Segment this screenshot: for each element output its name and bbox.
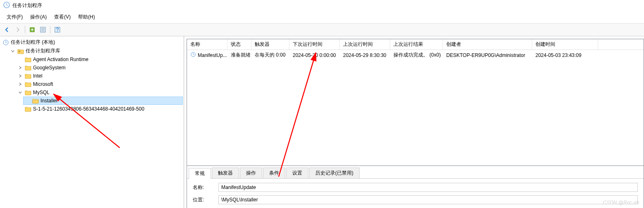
tool-create-button[interactable] <box>28 25 37 34</box>
chevron-down-icon[interactable] <box>17 90 23 95</box>
menu-action[interactable]: 操作(A) <box>27 13 50 21</box>
col-name[interactable]: 名称 <box>187 39 227 50</box>
toolbar-separator <box>25 26 25 33</box>
tree-label: Microsoft <box>33 81 53 87</box>
tab-triggers[interactable]: 触发器 <box>212 168 239 178</box>
list-header: 名称 状态 触发器 下次运行时间 上次运行时间 上次运行结果 创建者 创建时间 <box>187 39 644 50</box>
tree-label: MySQL <box>33 90 50 95</box>
folder-open-icon <box>32 97 39 104</box>
tree-label: Agent Activation Runtime <box>33 57 88 62</box>
cell-created: 2024-05-03 23:43:09 <box>532 52 598 59</box>
cell-status: 准备就绪 <box>227 51 251 59</box>
details-panel: 常规 触发器 操作 条件 设置 历史记录(已禁用) 名称: ManifestUp… <box>187 166 644 208</box>
nav-forward-button <box>13 25 22 34</box>
col-creator[interactable]: 创建者 <box>443 39 532 50</box>
menubar: 文件(F) 操作(A) 查看(V) 帮助(H) <box>0 11 644 24</box>
watermark: CSDN @Roc-xb <box>603 200 639 206</box>
col-next[interactable]: 下次运行时间 <box>289 39 340 50</box>
tree-label: Installer <box>40 98 58 104</box>
clock-icon <box>2 39 9 46</box>
field-location-label: 位置: <box>193 196 213 203</box>
app-icon <box>3 2 10 9</box>
svg-rect-14 <box>19 52 20 52</box>
menu-view[interactable]: 查看(V) <box>51 13 74 21</box>
cell-result: 操作成功完成。 (0x0) <box>390 51 443 59</box>
col-trigger[interactable]: 触发器 <box>251 39 289 50</box>
tab-general[interactable]: 常规 <box>189 168 211 179</box>
tab-actions[interactable]: 操作 <box>240 168 262 178</box>
right-panel: 名称 状态 触发器 下次运行时间 上次运行时间 上次运行结果 创建者 创建时间 … <box>184 36 644 208</box>
nav-back-button[interactable] <box>2 25 12 34</box>
chevron-right-icon[interactable] <box>17 65 23 71</box>
folder-icon <box>25 64 31 71</box>
field-name-value: ManifestUpdate <box>218 183 638 192</box>
tab-conditions[interactable]: 条件 <box>263 168 285 178</box>
tree-item-mysql[interactable]: MySQL <box>16 88 183 97</box>
toolbar: ? <box>0 24 644 36</box>
tree-label: Intel <box>33 73 43 79</box>
svg-line-2 <box>7 5 8 6</box>
main-area: 任务计划程序 (本地) 任务计划程序库 Agent Activation Run… <box>0 36 644 208</box>
svg-rect-13 <box>19 51 20 51</box>
tab-history[interactable]: 历史记录(已禁用) <box>309 168 360 178</box>
tree-item-installer[interactable]: Installer <box>23 97 183 105</box>
chevron-right-icon[interactable] <box>17 73 23 79</box>
cell-next: 2024-05-30 0:00:00 <box>289 52 340 59</box>
clock-icon <box>190 52 196 59</box>
tool-properties-button[interactable] <box>38 25 47 34</box>
field-name-row: 名称: ManifestUpdate <box>193 183 638 192</box>
col-last[interactable]: 上次运行时间 <box>340 39 390 50</box>
tree-label: 任务计划程序 (本地) <box>11 39 55 46</box>
tree-item-microsoft[interactable]: Microsoft <box>16 80 183 88</box>
folder-icon <box>25 73 31 79</box>
field-location-value: \MySQL\Installer <box>218 195 638 204</box>
tool-help-button[interactable]: ? <box>53 25 62 34</box>
toolbar-separator <box>50 26 50 33</box>
cell-last: 2024-05-29 8:30:30 <box>340 52 390 59</box>
col-result[interactable]: 上次运行结果 <box>390 39 443 50</box>
tree-item-agent[interactable]: Agent Activation Runtime <box>16 55 183 64</box>
field-location-row: 位置: \MySQL\Installer <box>193 195 638 204</box>
folder-icon <box>25 56 31 63</box>
cell-name: ManifestUp... <box>187 51 227 59</box>
titlebar: 任务计划程序 <box>0 0 644 11</box>
svg-line-17 <box>193 54 194 55</box>
library-icon <box>17 48 24 54</box>
menu-help[interactable]: 帮助(H) <box>75 13 98 21</box>
folder-icon <box>25 106 31 112</box>
window-title: 任务计划程序 <box>12 2 42 9</box>
tree-label: S-1-5-21-1260343806-563434468-404201469-… <box>33 106 144 112</box>
tree-label: GoogleSystem <box>33 65 66 71</box>
field-name-label: 名称: <box>193 184 213 191</box>
details-body: 名称: ManifestUpdate 位置: \MySQL\Installer <box>187 179 644 208</box>
task-row[interactable]: ManifestUp... 准备就绪 在每天的 0:00 2024-05-30 … <box>187 50 644 60</box>
tree-label: 任务计划程序库 <box>26 47 60 54</box>
folder-icon <box>25 89 31 96</box>
cell-trigger: 在每天的 0:00 <box>251 51 289 59</box>
tree-item-sid[interactable]: S-1-5-21-1260343806-563434468-404201469-… <box>16 105 183 113</box>
tree-panel[interactable]: 任务计划程序 (本地) 任务计划程序库 Agent Activation Run… <box>0 36 184 208</box>
tab-settings[interactable]: 设置 <box>286 168 308 178</box>
chevron-down-icon[interactable] <box>10 48 16 54</box>
tree-item-intel[interactable]: Intel <box>16 72 183 80</box>
cell-creator: DESKTOP-ER9UP0G\Administrator <box>443 52 532 59</box>
tree-library[interactable]: 任务计划程序库 <box>8 47 183 55</box>
col-created[interactable]: 创建时间 <box>532 39 598 50</box>
svg-line-12 <box>6 43 7 43</box>
tree-item-google[interactable]: GoogleSystem <box>16 64 183 72</box>
details-tabs: 常规 触发器 操作 条件 设置 历史记录(已禁用) <box>187 166 644 179</box>
chevron-right-icon[interactable] <box>17 81 23 87</box>
menu-file[interactable]: 文件(F) <box>3 13 26 21</box>
task-list[interactable]: 名称 状态 触发器 下次运行时间 上次运行时间 上次运行结果 创建者 创建时间 … <box>187 39 644 166</box>
tree-root[interactable]: 任务计划程序 (本地) <box>1 38 183 47</box>
svg-text:?: ? <box>56 27 59 33</box>
folder-icon <box>25 81 31 87</box>
col-status[interactable]: 状态 <box>227 39 251 50</box>
task-name: ManifestUp... <box>198 52 227 58</box>
